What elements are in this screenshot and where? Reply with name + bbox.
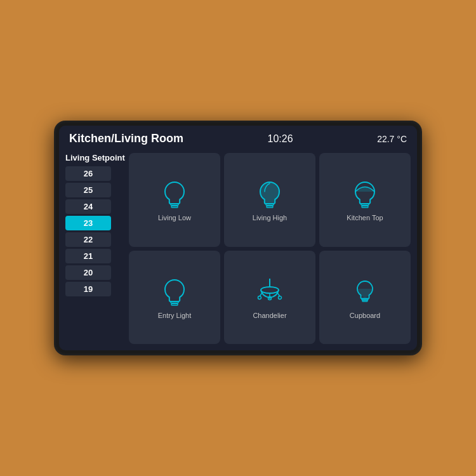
screen: Kitchen/Living Room 10:26 22.7 °C Living…: [59, 126, 417, 350]
setpoint-21[interactable]: 21: [65, 249, 111, 263]
label-entry-light: Entry Light: [158, 312, 192, 320]
setpoint-panel: Living Setpoint 26 25 24 23 22 21 20 19: [65, 153, 122, 344]
svg-rect-4: [361, 204, 369, 206]
svg-rect-2: [266, 204, 274, 206]
setpoint-25[interactable]: 25: [65, 183, 111, 197]
svg-point-16: [269, 298, 270, 299]
tile-living-high[interactable]: Living High: [224, 153, 315, 247]
tile-living-low[interactable]: Living Low: [129, 153, 220, 247]
svg-rect-6: [171, 301, 178, 303]
svg-rect-0: [171, 204, 178, 206]
svg-rect-5: [362, 206, 368, 208]
setpoint-26[interactable]: 26: [65, 166, 111, 181]
label-kitchen-top: Kitchen Top: [347, 214, 383, 222]
temperature-display: 22.7 °C: [377, 134, 407, 144]
tile-cupboard[interactable]: Cupboard: [319, 251, 411, 345]
setpoint-22[interactable]: 22: [65, 232, 111, 247]
label-living-low: Living Low: [158, 214, 191, 222]
bulb-icon-cupboard: [348, 276, 381, 309]
bulb-icon-entry-light: [158, 276, 191, 309]
header: Kitchen/Living Room 10:26 22.7 °C: [59, 126, 417, 149]
page-title: Kitchen/Living Room: [69, 132, 183, 145]
bulb-icon-living-high: [253, 178, 286, 211]
svg-rect-17: [362, 298, 368, 300]
label-living-high: Living High: [253, 214, 287, 222]
setpoint-label: Living Setpoint: [65, 153, 125, 162]
bulb-icon-kitchen-top: [348, 178, 381, 211]
svg-point-13: [258, 296, 261, 299]
wall-mount: Kitchen/Living Room 10:26 22.7 °C Living…: [0, 0, 476, 476]
setpoint-buttons: 26 25 24 23 22 21 20 19: [65, 166, 122, 296]
main-content: Living Setpoint 26 25 24 23 22 21 20 19: [59, 149, 417, 350]
svg-rect-1: [171, 206, 178, 208]
setpoint-23[interactable]: 23: [65, 216, 111, 230]
tile-kitchen-top[interactable]: Kitchen Top: [319, 153, 411, 247]
svg-point-15: [279, 296, 282, 299]
tile-entry-light[interactable]: Entry Light: [129, 251, 220, 345]
setpoint-20[interactable]: 20: [65, 265, 111, 280]
bulb-icon-living-low: [158, 178, 191, 211]
clock-display: 10:26: [268, 133, 293, 145]
lights-grid: Living Low Living High: [129, 153, 411, 344]
svg-rect-18: [362, 300, 367, 301]
svg-rect-3: [267, 206, 273, 208]
svg-rect-7: [171, 303, 178, 305]
tile-chandelier[interactable]: Chandelier: [224, 251, 315, 345]
chandelier-icon: [253, 276, 286, 309]
setpoint-24[interactable]: 24: [65, 199, 111, 214]
setpoint-19[interactable]: 19: [65, 282, 111, 296]
label-chandelier: Chandelier: [253, 312, 286, 320]
device-frame: Kitchen/Living Room 10:26 22.7 °C Living…: [54, 121, 422, 355]
svg-point-9: [261, 287, 279, 293]
label-cupboard: Cupboard: [350, 312, 380, 320]
